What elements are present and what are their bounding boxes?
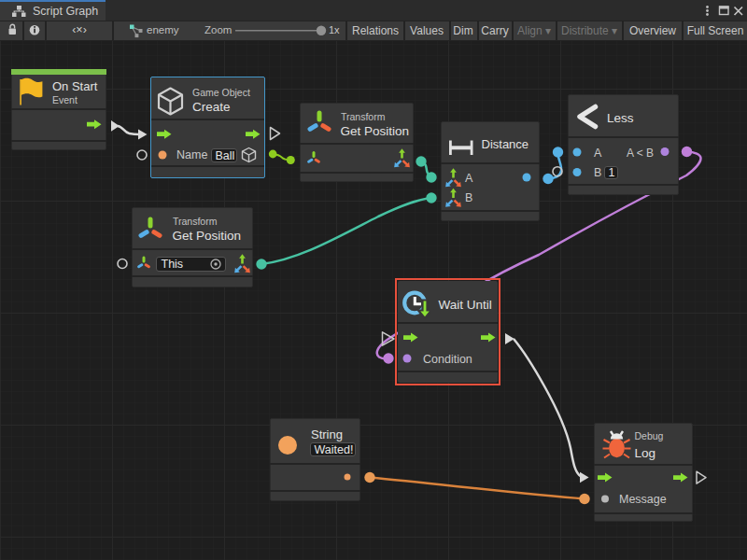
svg-text:‹×›: ‹×› [72, 23, 87, 36]
